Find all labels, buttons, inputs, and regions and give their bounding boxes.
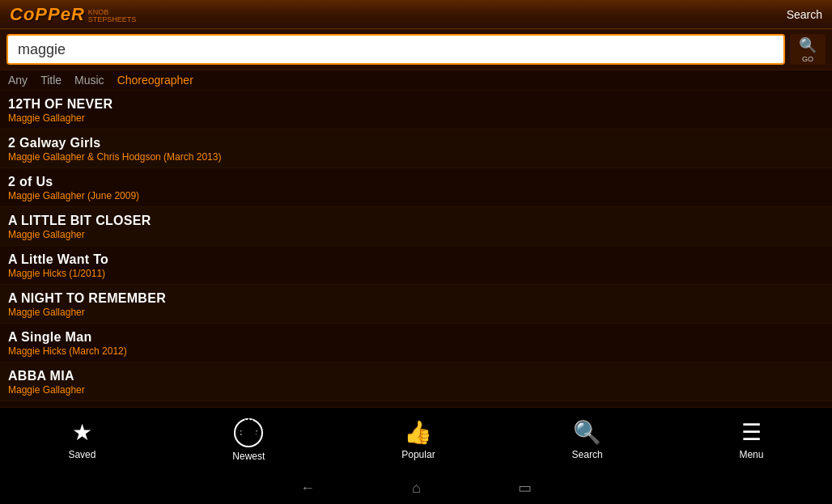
- nav-icon-popular: 👍: [404, 419, 432, 446]
- result-title: ABBA MIA: [8, 369, 824, 383]
- result-item[interactable]: A NIGHT TO REMEMBERMaggie Gallagher: [0, 285, 832, 324]
- nav-label-newest: Newest: [232, 451, 265, 462]
- filter-tab-choreographer[interactable]: Choreographer: [117, 74, 193, 87]
- result-item[interactable]: 2 of UsMaggie Gallagher (June 2009): [0, 168, 832, 207]
- result-subtitle: Maggie Gallagher: [8, 307, 824, 318]
- nav-item-menu[interactable]: ☰Menu: [739, 419, 763, 460]
- nav-item-newest[interactable]: NEWNewest: [232, 418, 265, 462]
- filter-tab-any[interactable]: Any: [8, 74, 28, 87]
- result-subtitle: Maggie Hicks (March 2012): [8, 345, 824, 357]
- result-item[interactable]: ABSOLUTELY, DEFINITELYJenny Cross & Magg…: [0, 401, 832, 407]
- search-bar: 🔍 GO: [0, 29, 832, 70]
- logo-sub: KNOBSTEPSHEETS: [88, 9, 137, 23]
- result-title: A LITTLE BIT CLOSER: [8, 214, 824, 228]
- filter-tab-title[interactable]: Title: [40, 74, 62, 87]
- result-subtitle: Maggie Gallagher (June 2009): [8, 190, 824, 201]
- search-input[interactable]: [6, 34, 785, 65]
- nav-icon-search: 🔍: [573, 419, 601, 446]
- app-header: CoPPeR KNOBSTEPSHEETS Search: [0, 0, 832, 29]
- header-search-button[interactable]: Search: [787, 8, 822, 21]
- result-title: A NIGHT TO REMEMBER: [8, 291, 824, 306]
- nav-label-menu: Menu: [739, 449, 763, 460]
- result-title: 2 Galway Girls: [8, 136, 824, 150]
- home-button[interactable]: ⌂: [412, 480, 421, 497]
- result-subtitle: Maggie Gallagher & Chris Hodgson (March …: [8, 151, 824, 163]
- logo-text: CoPPeR: [10, 4, 85, 25]
- result-title: A Single Man: [8, 330, 824, 345]
- nav-label-popular: Popular: [401, 449, 435, 460]
- result-subtitle: Maggie Gallagher: [8, 229, 824, 240]
- search-icon: 🔍: [799, 36, 817, 54]
- bottom-nav: ★SavedNEWNewest👍Popular🔍Search☰Menu: [0, 407, 832, 472]
- filter-tabs: AnyTitleMusicChoreographer: [0, 70, 832, 91]
- nav-label-saved: Saved: [68, 449, 96, 460]
- results-list: 12TH OF NEVERMaggie Gallagher2 Galway Gi…: [0, 91, 832, 407]
- nav-item-saved[interactable]: ★Saved: [68, 419, 96, 460]
- result-item[interactable]: A Single ManMaggie Hicks (March 2012): [0, 324, 832, 362]
- result-item[interactable]: 12TH OF NEVERMaggie Gallagher: [0, 91, 832, 129]
- nav-icon-menu: ☰: [741, 419, 762, 446]
- nav-item-search[interactable]: 🔍Search: [572, 419, 603, 460]
- back-button[interactable]: ←: [300, 480, 315, 497]
- logo: CoPPeR KNOBSTEPSHEETS: [10, 4, 136, 25]
- result-subtitle: Maggie Gallagher: [8, 112, 824, 124]
- result-subtitle: Maggie Gallagher: [8, 384, 824, 396]
- result-item[interactable]: A Little Want ToMaggie Hicks (1/2011): [0, 246, 832, 285]
- result-subtitle: Maggie Hicks (1/2011): [8, 268, 824, 279]
- nav-label-search: Search: [572, 449, 603, 460]
- android-nav-bar: ← ⌂ ▭: [0, 472, 832, 504]
- nav-icon-saved: ★: [72, 419, 92, 446]
- nav-item-popular[interactable]: 👍Popular: [401, 419, 435, 460]
- result-item[interactable]: 2 Galway GirlsMaggie Gallagher & Chris H…: [0, 129, 832, 168]
- new-badge-icon: NEW: [234, 418, 263, 447]
- go-label: GO: [802, 55, 813, 63]
- result-item[interactable]: ABBA MIAMaggie Gallagher: [0, 362, 832, 401]
- result-title: 2 of Us: [8, 175, 824, 189]
- go-button[interactable]: 🔍 GO: [790, 34, 826, 65]
- result-title: A Little Want To: [8, 252, 824, 267]
- result-item[interactable]: A LITTLE BIT CLOSERMaggie Gallagher: [0, 207, 832, 246]
- result-title: 12TH OF NEVER: [8, 97, 824, 112]
- filter-tab-music[interactable]: Music: [74, 74, 104, 87]
- recent-button[interactable]: ▭: [518, 479, 532, 497]
